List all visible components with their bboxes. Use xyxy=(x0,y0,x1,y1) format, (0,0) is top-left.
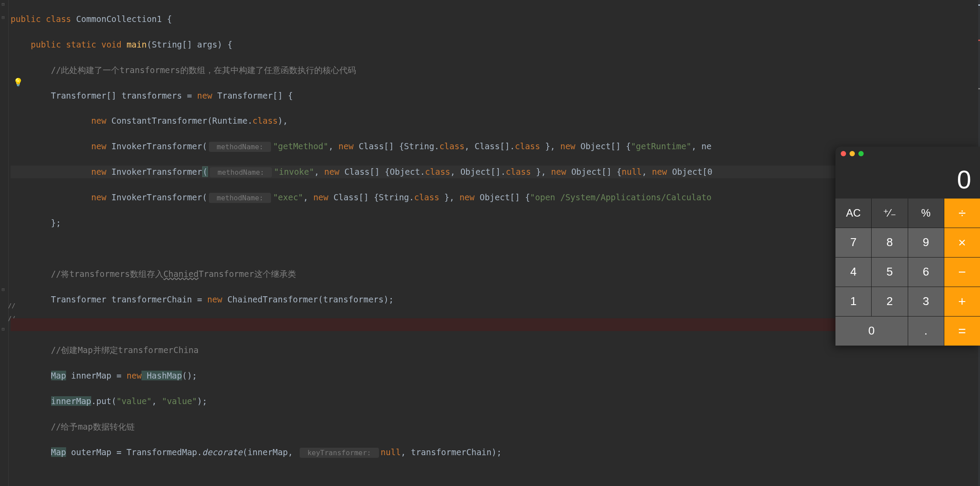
key-6[interactable]: 6 xyxy=(908,258,944,287)
code-line: //给予map数据转化链 xyxy=(11,420,980,433)
key-decimal[interactable]: . xyxy=(908,317,944,346)
code-line: //此处构建了一个transformers的数组，在其中构建了任意函数执行的核心… xyxy=(11,64,980,77)
key-multiply[interactable]: × xyxy=(944,228,980,257)
minimize-icon[interactable] xyxy=(850,151,855,156)
key-ac[interactable]: AC xyxy=(835,199,871,228)
code-line: Transformer transformerChain = new Chain… xyxy=(11,293,980,306)
code-line: Map innerMap = new HashMap(); xyxy=(11,369,980,382)
calc-keypad: AC ⁺⁄₋ % ÷ 7 8 9 × 4 5 6 − 1 2 3 + 0 . = xyxy=(835,199,980,346)
code-line: //将transformers数组存入ChaniedTransformer这个继… xyxy=(11,268,980,280)
key-divide[interactable]: ÷ xyxy=(944,199,980,228)
key-8[interactable]: 8 xyxy=(872,228,907,257)
close-icon[interactable] xyxy=(841,151,846,156)
code-editor[interactable]: public class CommonCollection1 { public … xyxy=(0,0,980,486)
key-equals[interactable]: = xyxy=(944,317,980,346)
fullscreen-icon[interactable] xyxy=(858,151,864,156)
key-4[interactable]: 4 xyxy=(835,258,871,287)
code-line-error xyxy=(11,318,980,331)
code-line: public static void main(String[] args) { xyxy=(11,38,980,51)
key-percent[interactable]: % xyxy=(908,199,944,228)
key-0[interactable]: 0 xyxy=(835,317,908,346)
code-line: new ConstantTransformer(Runtime.class), xyxy=(11,114,980,127)
code-line: }; xyxy=(11,217,980,229)
param-hint: methodName: xyxy=(209,142,271,152)
code-line: new InvokerTransformer( methodName: "exe… xyxy=(11,191,980,204)
param-hint: keyTransformer: xyxy=(300,448,379,458)
code-line: new InvokerTransformer( methodName: "get… xyxy=(11,140,980,153)
code-line: Transformer[] transformers = new Transfo… xyxy=(11,89,980,102)
code-line: //创建Map并绑定transformerChina xyxy=(11,344,980,357)
key-add[interactable]: + xyxy=(944,287,980,316)
code-line-cursor: new InvokerTransformer( methodName: "inv… xyxy=(11,166,980,178)
param-hint: methodName: xyxy=(209,193,271,203)
code-line: public class CommonCollection1 { xyxy=(11,13,980,26)
code-line: Map outerMap = TransformedMap.decorate(i… xyxy=(11,446,980,459)
calculator-window: 0 AC ⁺⁄₋ % ÷ 7 8 9 × 4 5 6 − 1 2 3 + 0 .… xyxy=(835,147,980,346)
code-line: innerMap.put("value", "value"); xyxy=(11,395,980,408)
key-9[interactable]: 9 xyxy=(908,228,944,257)
key-1[interactable]: 1 xyxy=(835,287,871,316)
code-line xyxy=(11,471,980,484)
code-line xyxy=(11,242,980,255)
key-7[interactable]: 7 xyxy=(835,228,871,257)
param-hint: methodName: xyxy=(210,167,272,177)
key-sign[interactable]: ⁺⁄₋ xyxy=(872,199,907,228)
calc-display: 0 xyxy=(835,161,980,199)
key-2[interactable]: 2 xyxy=(872,287,907,316)
key-3[interactable]: 3 xyxy=(908,287,944,316)
key-subtract[interactable]: − xyxy=(944,258,980,287)
key-5[interactable]: 5 xyxy=(872,258,907,287)
window-titlebar[interactable] xyxy=(835,147,980,161)
